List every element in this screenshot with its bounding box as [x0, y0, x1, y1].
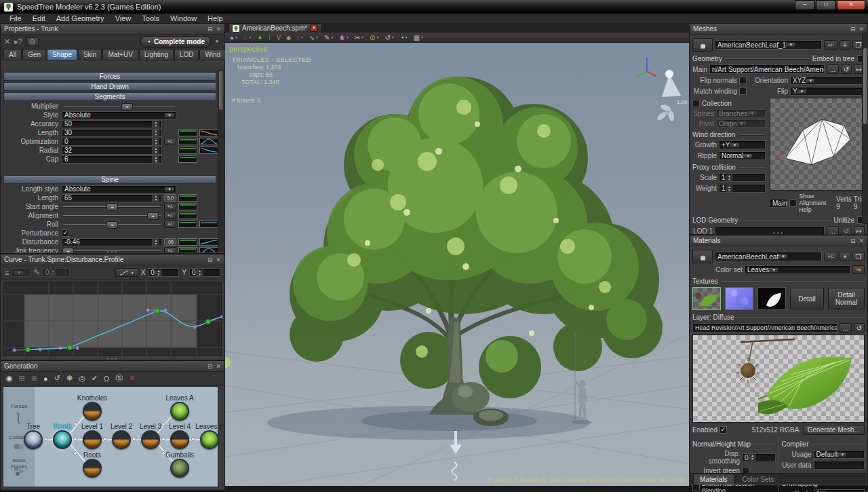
document-tab[interactable]: AmericanBeech.spm* ✕ — [229, 23, 322, 33]
unwrap-scale-spinner[interactable]: 1▲▼ — [814, 489, 865, 492]
cap-curve-thumb[interactable] — [178, 155, 197, 163]
start-angle-slider[interactable]: ◂▸ — [62, 203, 162, 211]
ripple-dropdown[interactable]: Normal▼ — [719, 151, 766, 160]
spinner-arrows[interactable]: ▲▼ — [726, 185, 733, 192]
spinner-arrows[interactable]: ▲▼ — [152, 239, 159, 246]
reload-icon[interactable]: ↺ — [841, 226, 852, 235]
multiplier-slider[interactable]: ◂▸ — [62, 102, 176, 111]
leaves-icon[interactable]: ❋ — [66, 374, 73, 383]
disturbance-step-badge[interactable]: .05 — [164, 238, 176, 246]
growth-dropdown[interactable]: +Y▼ — [719, 140, 766, 149]
check-icon[interactable]: ✓ — [92, 374, 98, 383]
duplicate-material-icon[interactable]: ❐ — [852, 252, 865, 261]
spinner-arrows[interactable]: ▲▼ — [155, 269, 162, 276]
browse-button[interactable]: ... — [827, 226, 839, 235]
add-material-button[interactable]: + — [840, 252, 850, 261]
slider-knob[interactable]: ◂▸ — [106, 204, 118, 211]
dropdown-arrow-icon[interactable]: ▼ — [837, 453, 846, 457]
tab-all[interactable]: All — [3, 49, 22, 60]
tab-lighting[interactable]: Lighting — [139, 49, 174, 60]
gen-node-roots[interactable]: Roots — [83, 459, 102, 478]
gen-node-leaves-a[interactable]: Leaves A — [170, 402, 189, 421]
orientation-dropdown[interactable]: XYZ▼ — [790, 76, 865, 85]
slider-knob[interactable]: ◂▸ — [121, 103, 133, 111]
menu-window[interactable]: Window — [165, 14, 202, 22]
curve-list-icon[interactable]: ≡ — [5, 269, 9, 277]
gen-node-tree[interactable]: Tree — [24, 430, 43, 449]
roll-variance-button[interactable]: +/- — [164, 221, 176, 228]
right-scrollbar[interactable] — [862, 33, 868, 224]
perturbance-checkbox[interactable] — [62, 229, 69, 237]
texture-preview[interactable] — [692, 335, 865, 423]
length-style-dropdown[interactable]: Absolute▼ — [62, 185, 176, 193]
tab-lod[interactable]: LOD — [174, 49, 199, 60]
curve-type-button[interactable]: ▼ — [115, 268, 138, 277]
roll-slider[interactable]: ◂▸ — [62, 221, 162, 229]
browse-button[interactable]: ... — [840, 323, 852, 333]
flip-dropdown[interactable]: Y▼ — [790, 87, 865, 96]
disturbance-spinner[interactable]: -0.46▲▼ — [62, 238, 162, 246]
mode-dropdown-icon[interactable]: ▼ — [215, 39, 221, 43]
sphere-icon[interactable]: ● — [43, 375, 48, 383]
disturbance-profile-curve-thumb[interactable] — [199, 238, 218, 246]
tab-gen[interactable]: Gen — [22, 49, 46, 60]
float-panel-icon[interactable]: ⊟ — [850, 238, 856, 244]
focus-icon[interactable]: ◉ — [6, 374, 13, 383]
close-panel-icon[interactable]: ✕ — [216, 26, 221, 33]
alignment-variance-button[interactable]: +/- — [164, 212, 176, 219]
match-winding-checkbox[interactable] — [739, 88, 747, 95]
menu-view[interactable]: View — [110, 14, 137, 22]
spine-wave-icon[interactable]: ∿▼ — [307, 34, 321, 41]
float-panel-icon[interactable]: ⊟ — [208, 363, 213, 370]
gravity-tool-icon[interactable]: ⊙▼ — [368, 34, 381, 41]
spines-dropdown[interactable]: Branches▼ — [716, 109, 766, 117]
pivot-dropdown[interactable]: Origin▼ — [716, 119, 766, 128]
browse-button[interactable]: ... — [827, 64, 839, 74]
spine-length-step-badge[interactable]: 5.0 — [164, 194, 176, 202]
generate-mesh-button[interactable]: Generate Mesh... — [803, 425, 865, 435]
length-parent-curve-thumb[interactable] — [178, 129, 197, 136]
disturbance-parent-curve-thumb[interactable] — [178, 238, 197, 246]
gen-node-leaves-b[interactable]: Leaves B — [200, 430, 219, 449]
opacity-texture-thumb[interactable] — [757, 287, 786, 310]
tab-materials[interactable]: Materials — [693, 474, 734, 485]
show-alignment-help-checkbox[interactable] — [789, 200, 797, 207]
dropdown-arrow-icon[interactable]: ▼ — [743, 154, 752, 158]
spine-length-spinner[interactable]: 65▲▼ — [62, 194, 162, 202]
main-mesh-path-field[interactable]: n/Art Support/American Beech/AmericanBee… — [709, 64, 825, 74]
lock-icon[interactable]: Ω — [104, 375, 109, 383]
slider-knob[interactable]: ◂▸ — [106, 221, 118, 229]
camera-mode-label[interactable]: perspective — [229, 45, 267, 53]
dropdown-arrow-icon[interactable]: ▼ — [769, 268, 778, 272]
section-hand-drawn[interactable]: Hand Drawn — [3, 82, 216, 91]
gen-node-level4[interactable]: Level 4 — [170, 430, 189, 449]
close-panel-icon[interactable]: ✕ — [216, 363, 221, 370]
hand-draw-icon[interactable]: ✎▼ — [322, 34, 336, 41]
eye-icon[interactable]: ◎ — [26, 37, 39, 46]
branch-tool-icon[interactable]: V — [274, 34, 283, 41]
gen-node-gumballs[interactable]: Gumballs — [170, 459, 189, 478]
loop-icon[interactable]: ↺ — [54, 374, 60, 383]
diffuse-texture-thumb[interactable] — [692, 287, 721, 310]
mesh-preview[interactable] — [770, 98, 865, 191]
seed-icon[interactable]: Ⓢ — [115, 373, 123, 383]
cap-spinner[interactable]: 6▲▼ — [62, 155, 162, 164]
detail-texture-button[interactable]: Detail — [790, 288, 824, 309]
dropdown-arrow-icon[interactable]: ▼ — [165, 113, 174, 117]
spinner-arrows[interactable]: ▲▼ — [49, 269, 56, 276]
spinner-arrows[interactable]: ▲▼ — [152, 130, 159, 136]
spinner-arrows[interactable]: ▲▼ — [726, 174, 733, 181]
node-edit-icon[interactable]: ∴▼ — [241, 34, 254, 41]
eye-icon[interactable]: ◎ — [79, 374, 85, 383]
roll-parent-curve-thumb[interactable] — [178, 221, 197, 228]
normal-texture-thumb[interactable] — [725, 287, 753, 310]
viewport[interactable]: 1.00 perspective TRIANGLES - SELECTEDbra… — [225, 43, 689, 486]
close-panel-icon[interactable]: ✕ — [859, 26, 864, 33]
tab-close-icon[interactable]: ✕ — [310, 24, 318, 32]
diffuse-path-field[interactable]: Head Revision/Art Support/American Beech… — [692, 323, 837, 333]
curve-plot[interactable] — [3, 282, 222, 356]
board-icon[interactable]: ▦▼ — [412, 34, 426, 41]
jink-frequency-profile-curve-thumb[interactable] — [199, 247, 218, 252]
curve-y-spinner[interactable]: 0▲▼ — [189, 268, 220, 277]
menu-add-geometry[interactable]: Add Geometry — [51, 14, 110, 22]
